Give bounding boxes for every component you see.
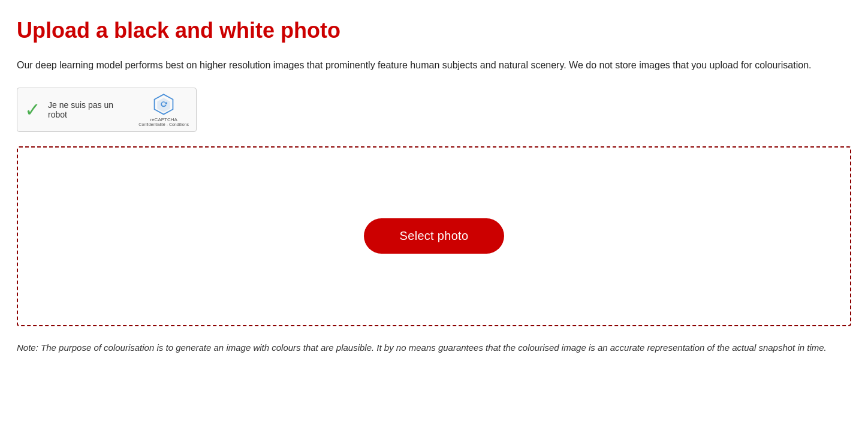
select-photo-button[interactable]: Select photo: [364, 218, 505, 254]
recaptcha-logo-area: reCAPTCHA Confidentialité - Conditions: [138, 93, 189, 127]
page-description: Our deep learning model performs best on…: [17, 58, 844, 73]
captcha-widget[interactable]: ✓ Je ne suis pas un robot reCAPTCHA Conf…: [17, 88, 197, 132]
recaptcha-text: reCAPTCHA: [150, 117, 177, 122]
captcha-label: Je ne suis pas un robot: [48, 100, 134, 119]
page-title: Upload a black and white photo: [17, 18, 851, 43]
recaptcha-icon: [152, 93, 175, 116]
upload-dropzone[interactable]: Select photo: [17, 146, 851, 326]
captcha-checkmark-icon: ✓: [25, 98, 41, 121]
captcha-links[interactable]: Confidentialité - Conditions: [138, 122, 189, 127]
note-text: Note: The purpose of colourisation is to…: [17, 341, 844, 355]
